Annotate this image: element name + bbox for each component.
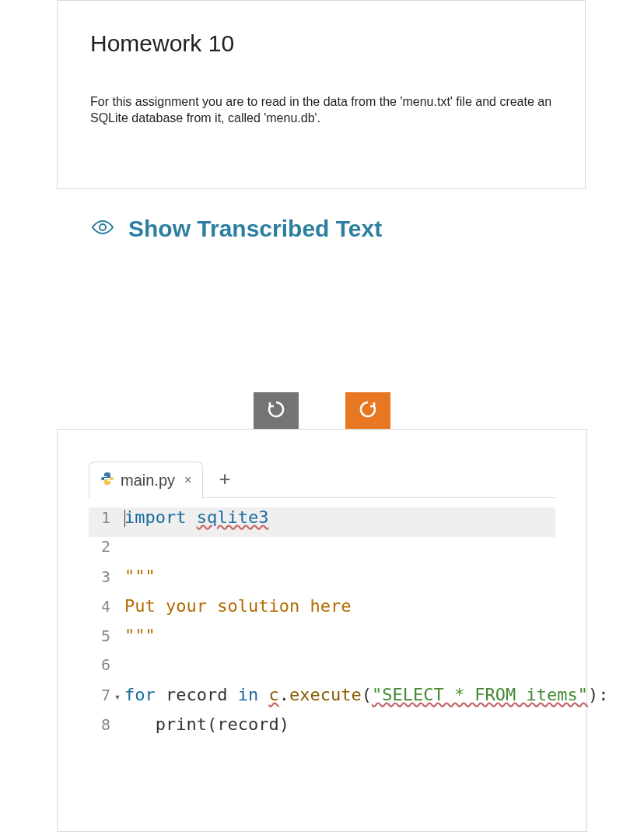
undo-button[interactable] [254, 392, 299, 430]
code-text: for record in c.execute("SELECT * FROM i… [124, 685, 609, 704]
line-number: 3 [89, 567, 110, 586]
line-number: 5 [89, 627, 110, 645]
code-line[interactable]: 3""" [89, 567, 555, 596]
code-line[interactable]: 1import sqlite3 [89, 507, 555, 537]
code-text: print(record) [124, 714, 289, 734]
redo-button[interactable] [345, 392, 390, 430]
svg-point-0 [100, 224, 106, 230]
show-transcribed-label: Show Transcribed Text [128, 216, 382, 242]
fold-indicator[interactable]: ▾ [110, 690, 124, 703]
code-text: """ [124, 567, 156, 586]
undo-icon [266, 399, 286, 423]
line-number: 2 [89, 537, 110, 556]
line-number: 1 [89, 508, 110, 527]
python-icon [100, 472, 114, 489]
action-buttons [254, 392, 390, 430]
eye-icon [91, 219, 114, 238]
tab-main-py[interactable]: main.py × [89, 462, 203, 498]
line-number: 6 [89, 655, 110, 674]
code-text: import sqlite3 [124, 507, 268, 527]
tab-add-button[interactable]: + [219, 467, 230, 491]
code-text: Put your solution here [124, 596, 351, 616]
code-line[interactable]: 7▾for record in c.execute("SELECT * FROM… [89, 685, 555, 714]
tab-filename: main.py [121, 472, 175, 490]
tab-bar: main.py × + [89, 461, 555, 498]
code-editor-panel: main.py × + 1import sqlite323"""4Put you… [57, 429, 587, 832]
code-text: """ [124, 626, 156, 645]
line-number: 4 [89, 597, 110, 616]
assignment-title: Homework 10 [90, 30, 552, 57]
show-transcribed-button[interactable]: Show Transcribed Text [91, 216, 382, 242]
code-line[interactable]: 5""" [89, 626, 555, 655]
redo-icon [358, 399, 378, 423]
assignment-description: For this assignment you are to read in t… [90, 94, 552, 127]
tab-close-icon[interactable]: × [184, 473, 191, 487]
assignment-card: Homework 10 For this assignment you are … [57, 0, 586, 189]
line-number: 7 [89, 686, 110, 704]
code-area[interactable]: 1import sqlite323"""4Put your solution h… [89, 507, 555, 744]
line-number: 8 [89, 715, 110, 734]
code-line[interactable]: 6 [89, 655, 555, 685]
code-line[interactable]: 4Put your solution here [89, 596, 555, 626]
code-line[interactable]: 2 [89, 537, 555, 567]
code-line[interactable]: 8 print(record) [89, 714, 555, 744]
